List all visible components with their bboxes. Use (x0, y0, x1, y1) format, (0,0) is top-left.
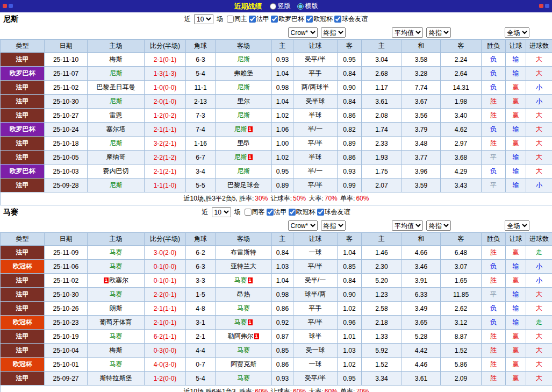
checkbox-input[interactable] (289, 209, 296, 216)
away-team-cell: 亚特兰大 (216, 260, 272, 274)
filter-checkbox[interactable]: 欧冠杯 (287, 208, 316, 217)
column-header: 主 (362, 40, 402, 53)
recent-count-select[interactable]: 10 (212, 207, 231, 217)
checkbox-input[interactable] (245, 209, 252, 216)
team-link[interactable]: 梅斯 (110, 55, 123, 63)
corner-score: 6-3 (186, 260, 216, 274)
team-link[interactable]: 尼斯 (234, 153, 247, 161)
euro-final-select[interactable]: 终指 (426, 27, 451, 38)
match-date: 25-11-02 (45, 274, 88, 288)
score: 1-2(0-2) (145, 109, 186, 123)
scope-select[interactable]: 全场 (505, 220, 529, 231)
checkbox-input[interactable] (334, 16, 341, 23)
team-link[interactable]: 尼斯 (237, 55, 250, 63)
team-link[interactable]: 马赛 (110, 332, 123, 340)
filter-checkbox[interactable]: 球会友谊 (316, 208, 350, 217)
euro-company-select[interactable]: 平均值 (392, 27, 423, 38)
asia-final-select[interactable]: 终指 (321, 27, 346, 38)
scope-select[interactable]: 全场 (505, 27, 529, 38)
checkbox-input[interactable] (267, 209, 274, 216)
euro-away-odds: 2.62 (441, 302, 482, 316)
away-team-cell: 布雷斯特 (216, 246, 272, 260)
team-link[interactable]: 摩纳哥 (106, 153, 126, 161)
team-link[interactable]: 马赛 (110, 262, 123, 270)
team-link[interactable]: 阿贾克斯 (231, 360, 256, 368)
result-handicap: 赢 (506, 95, 526, 109)
team-link[interactable]: 尼斯 (234, 125, 247, 133)
team-link[interactable]: 马赛 (237, 304, 250, 312)
layout-option-horizontal[interactable]: 横版 (297, 2, 318, 11)
team-link[interactable]: 马赛 (237, 346, 250, 354)
team-link[interactable]: 弗赖堡 (234, 69, 253, 77)
layout-radio[interactable] (297, 3, 304, 10)
euro-final-select[interactable]: 终指 (426, 220, 451, 231)
filter-checkbox[interactable]: 球会友谊 (333, 15, 368, 24)
team-link[interactable]: 里尔 (237, 97, 250, 105)
team-link[interactable]: 马赛 (110, 248, 123, 256)
home-team-cell: 马赛 (88, 330, 145, 344)
team-link[interactable]: 马赛 (234, 276, 247, 284)
match-date: 25-11-06 (45, 260, 88, 274)
team-link[interactable]: 昂热 (237, 290, 250, 298)
team-link[interactable]: 葡萄牙体育 (100, 318, 132, 326)
filter-checkbox[interactable]: 欧冠杯 (304, 15, 333, 24)
asia-company-select[interactable]: Crow* (288, 220, 318, 231)
red-card-badge: 1 (254, 333, 259, 339)
away-team-cell: 阿贾克斯 (216, 358, 272, 372)
team-link[interactable]: 尼斯 (110, 69, 123, 77)
away-team-cell: 马赛 (216, 372, 272, 386)
euro-away-odds: 3.12 (441, 316, 482, 330)
team-link[interactable]: 雷恩 (110, 111, 123, 119)
team-link[interactable]: 亚特兰大 (231, 262, 256, 270)
checkbox-input[interactable] (249, 16, 256, 23)
team-link[interactable]: 巴黎圣日耳曼 (97, 83, 135, 91)
team-link[interactable]: 马赛 (234, 318, 247, 326)
filter-checkbox[interactable]: 欧罗巴杯 (269, 15, 304, 24)
checkbox-input[interactable] (317, 209, 324, 216)
team-link[interactable]: 里昂 (237, 139, 250, 147)
column-header: 角球 (186, 233, 216, 246)
team-link[interactable]: 尼斯 (237, 167, 250, 175)
team-link[interactable]: 马赛 (237, 374, 250, 382)
result-win-draw-loss: 负 (482, 165, 506, 179)
recent-count-select[interactable]: 10 (194, 14, 213, 24)
team-link[interactable]: 勒阿弗尔 (228, 332, 254, 340)
checkbox-input[interactable] (306, 16, 313, 23)
asia-company-select[interactable]: Crow* (288, 27, 318, 38)
team-link[interactable]: 尼斯 (110, 97, 123, 105)
team-link[interactable]: 马赛 (110, 290, 123, 298)
team-link[interactable]: 尼斯 (237, 83, 250, 91)
asia-final-select[interactable]: 终指 (321, 220, 346, 231)
summary-segment: 60% (355, 195, 369, 202)
team-link[interactable]: 费内巴切 (103, 167, 129, 175)
result-win-draw-loss: 胜 (482, 137, 506, 151)
team-link[interactable]: 斯特拉斯堡 (100, 374, 132, 382)
team-link[interactable]: 尼斯 (237, 111, 250, 119)
filter-checkbox[interactable]: 同客 (243, 208, 265, 217)
layout-radio[interactable] (270, 3, 276, 10)
summary-segment: 60% (324, 388, 338, 392)
team-link[interactable]: 尼斯 (110, 139, 123, 147)
team-link[interactable]: 朗斯 (110, 304, 123, 312)
checkbox-input[interactable] (227, 16, 234, 23)
filter-checkbox[interactable]: 法甲 (265, 208, 287, 217)
team-link[interactable]: 马赛 (110, 360, 123, 368)
result-win-draw-loss: 胜 (482, 274, 506, 288)
league-badge: 法甲 (1, 179, 45, 193)
euro-away-odds: 2.64 (441, 67, 482, 81)
asia-handicap-line: 受一球 (293, 344, 338, 358)
team-link[interactable]: 巴黎足球会 (227, 181, 260, 189)
euro-company-select[interactable]: 平均值 (392, 220, 423, 231)
red-card-badge: 1 (248, 126, 253, 132)
filter-checkbox[interactable]: 法甲 (247, 15, 269, 24)
team-link[interactable]: 欧塞尔 (109, 276, 128, 284)
team-link[interactable]: 塞尔塔 (106, 125, 126, 133)
result-win-draw-loss: 负 (482, 316, 506, 330)
checkbox-input[interactable] (271, 16, 278, 23)
team-link[interactable]: 布雷斯特 (231, 248, 256, 256)
filter-checkbox[interactable]: 同主 (225, 15, 247, 24)
team-link[interactable]: 尼斯 (110, 181, 123, 189)
layout-option-vertical[interactable]: 竖版 (270, 2, 291, 11)
column-header: 类型 (1, 233, 45, 246)
team-link[interactable]: 梅斯 (110, 346, 123, 354)
